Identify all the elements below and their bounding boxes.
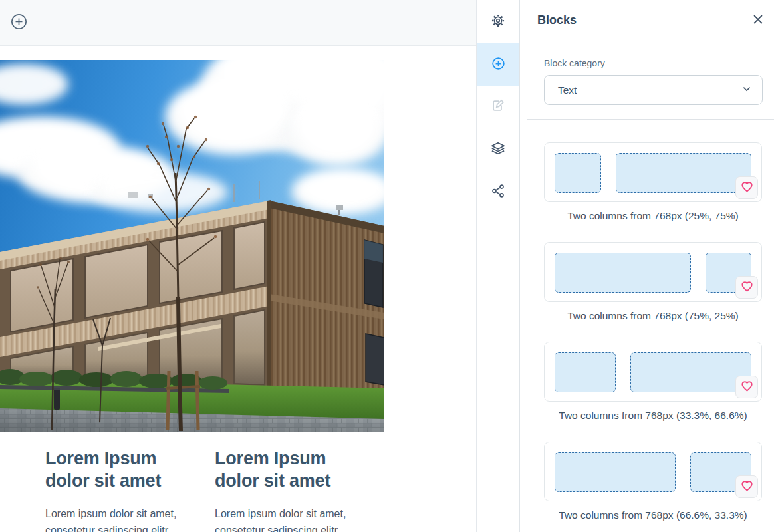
editor-toolbar [476,0,519,532]
close-panel-button[interactable] [751,13,765,28]
block-card-two-columns-25-75[interactable] [544,142,762,202]
close-icon [751,13,765,28]
block-option: Two columns from 768px (66.6%, 33.3%) [544,442,763,521]
block-column-preview [555,452,676,492]
toolbar-item-share[interactable] [477,171,519,213]
gear-icon [491,13,505,31]
block-category-label: Block category [544,58,763,68]
favorite-button[interactable] [735,376,758,398]
toolbar-item-edit[interactable] [477,86,519,128]
column-body: Lorem ipsum dolor sit amet, consetetur s… [45,506,193,532]
block-option: Two columns from 768px (75%, 25%) [544,242,763,322]
block-caption: Two columns from 768px (25%, 75%) [544,210,762,222]
toolbar-item-add-block[interactable] [477,43,519,86]
blocks-panel-header: Blocks [520,0,774,41]
block-card-two-columns-66-33[interactable] [544,442,762,501]
block-column-preview [616,153,752,193]
block-caption: Two columns from 768px (66.6%, 33.3%) [544,509,762,521]
block-category-select[interactable]: Text [544,75,763,105]
heart-icon [740,379,754,395]
block-category-value: Text [558,84,577,96]
page-preview: Lorem Ipsum dolor sit amet Lorem ipsum d… [0,0,476,532]
block-card-two-columns-75-25[interactable] [544,242,762,302]
column-heading: Lorem Ipsum dolor sit amet [215,447,362,492]
add-section-button[interactable] [11,13,27,32]
block-column-preview [555,352,616,392]
text-column: Lorem Ipsum dolor sit amet Lorem ipsum d… [45,447,193,532]
block-column-preview [555,153,601,193]
column-heading: Lorem Ipsum dolor sit amet [45,447,193,492]
blocks-panel: Blocks Block category Text [519,0,774,532]
building-front-face [0,201,269,392]
page-builder-app: Lorem Ipsum dolor sit amet Lorem ipsum d… [0,0,774,532]
building-scene [0,60,384,432]
block-option: Two columns from 768px (25%, 75%) [544,142,763,222]
plus-circle-icon [11,13,27,32]
favorite-button[interactable] [735,475,758,498]
toolbar-item-settings[interactable] [477,0,519,43]
block-caption: Two columns from 768px (33.3%, 66.6%) [544,410,762,422]
toolbar-item-layers[interactable] [477,128,519,171]
heart-icon [740,279,754,295]
favorite-button[interactable] [735,276,758,299]
preview-header [0,0,476,46]
blocks-panel-body: Block category Text [520,41,774,532]
text-column: Lorem Ipsum dolor sit amet Lorem ipsum d… [215,447,362,532]
chevron-down-icon [741,83,753,98]
column-body: Lorem ipsum dolor sit amet, consetetur s… [215,506,362,532]
hero-image [0,60,384,432]
block-option: Two columns from 768px (33.3%, 66.6%) [544,342,763,422]
preview-text-section: Lorem Ipsum dolor sit amet Lorem ipsum d… [45,447,476,532]
block-caption: Two columns from 768px (75%, 25%) [544,310,762,322]
bollard [54,388,60,410]
favorite-button[interactable] [735,176,758,199]
panel-divider [527,119,774,120]
block-column-preview [555,253,691,293]
plus-circle-icon [491,57,505,73]
share-icon [491,184,505,201]
heart-icon [740,479,754,495]
block-column-preview [630,352,751,392]
edit-icon [491,98,505,116]
heart-icon [740,180,754,196]
building-side-face [267,200,384,392]
layers-icon [491,141,505,158]
panel-title: Blocks [537,13,751,27]
block-card-two-columns-33-66[interactable] [544,342,762,402]
